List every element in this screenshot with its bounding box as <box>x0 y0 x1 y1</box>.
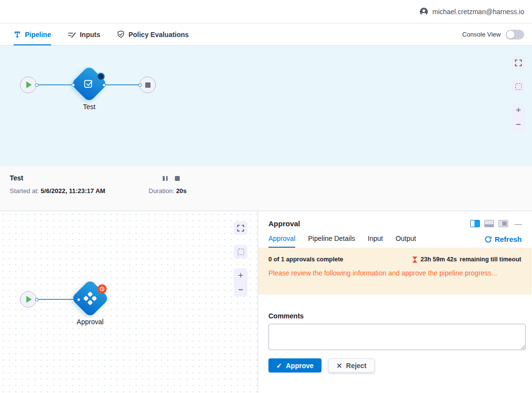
edge-connector-dot <box>102 83 106 87</box>
approve-button[interactable]: ✓ Approve <box>268 358 322 373</box>
panel-tab-output[interactable]: Output <box>396 235 416 248</box>
approval-message: Please review the following information … <box>268 269 521 277</box>
layout-split-view-icon[interactable] <box>470 220 480 227</box>
inputs-icon <box>68 31 76 39</box>
refresh-label: Refresh <box>494 235 522 243</box>
tab-pipeline-label: Pipeline <box>25 31 51 39</box>
started-at-label: Started at: <box>10 187 39 195</box>
panel-tab-input[interactable]: Input <box>368 235 383 248</box>
pipeline-start-node[interactable] <box>20 77 37 93</box>
abort-button[interactable] <box>175 176 180 181</box>
layout-bottom-view-icon[interactable] <box>484 220 494 227</box>
approval-banner: 0 of 1 approvals complete 23h 59m 42s re… <box>258 248 532 295</box>
stop-icon <box>145 82 151 88</box>
pipeline-end-node[interactable] <box>139 77 156 93</box>
console-view-label: Console View <box>462 31 501 38</box>
comments-input[interactable] <box>268 324 526 350</box>
refresh-icon <box>485 236 492 243</box>
canvas-expand-button[interactable] <box>234 221 247 235</box>
comments-label: Comments <box>268 312 526 320</box>
edge-connector-dot <box>138 83 142 87</box>
x-icon: ✕ <box>337 362 342 370</box>
tab-inputs[interactable]: Inputs <box>68 23 100 45</box>
step-details-panel: Approval — Approval Pipeline Details Inp… <box>258 211 532 393</box>
reject-label: Reject <box>346 362 366 370</box>
started-at-value: 5/6/2022, 11:23:17 AM <box>41 187 106 195</box>
execution-info-strip: Test Started at: 5/6/2022, 11:23:17 AM D… <box>0 166 532 211</box>
canvas-select-button[interactable] <box>512 79 525 93</box>
selection-icon <box>515 83 522 90</box>
toggle-knob <box>507 31 514 39</box>
step-start-node[interactable] <box>20 291 37 308</box>
duration-value: 20s <box>176 187 187 195</box>
panel-title: Approval <box>268 219 300 228</box>
duration: Duration: 20s <box>149 187 187 195</box>
user-avatar-icon <box>419 7 428 16</box>
pause-button[interactable] <box>163 176 168 181</box>
refresh-button[interactable]: Refresh <box>485 235 522 248</box>
step-graph-canvas[interactable]: Approval + − <box>0 211 258 393</box>
play-icon <box>26 81 32 88</box>
canvas-zoom-controls: + − <box>512 103 525 131</box>
timeout-text: remaining till timeout <box>460 256 521 263</box>
user-email: michael.cretzman@harness.io <box>432 8 524 16</box>
play-icon <box>26 296 32 303</box>
approvals-status: 0 of 1 approvals complete <box>268 256 343 263</box>
panel-minimize-button[interactable]: — <box>514 220 522 227</box>
stage-graph-canvas[interactable]: Test + − <box>0 46 532 166</box>
execution-title: Test <box>10 174 23 182</box>
user-menu[interactable]: michael.cretzman@harness.io <box>419 7 524 16</box>
edge-connector-dot <box>77 298 80 301</box>
selection-icon <box>238 249 244 255</box>
tab-pipeline[interactable]: Pipeline <box>14 23 51 45</box>
edge-test-to-end <box>101 84 141 85</box>
main-tab-bar: Pipeline Inputs Policy Evaluations <box>0 23 532 46</box>
shield-check-icon <box>117 30 125 39</box>
panel-tab-bar: Approval Pipeline Details Input Output R… <box>258 228 532 248</box>
tab-policy-label: Policy Evaluations <box>129 31 189 39</box>
time-remaining: 23h 59m 42s <box>420 256 456 263</box>
canvas-select-button[interactable] <box>234 245 247 258</box>
canvas-zoom-controls: + − <box>234 268 247 296</box>
panel-tab-pipeline-details[interactable]: Pipeline Details <box>308 235 355 248</box>
tab-policy-evaluations[interactable]: Policy Evaluations <box>117 23 189 45</box>
panel-tab-approval[interactable]: Approval <box>268 235 295 248</box>
zoom-in-button[interactable]: + <box>512 103 525 117</box>
stage-node-label: Test <box>70 103 109 111</box>
edge-connector-dot <box>72 83 75 87</box>
reject-button[interactable]: ✕ Reject <box>328 358 375 373</box>
hourglass-icon <box>412 256 418 263</box>
stage-status-badge <box>97 73 105 80</box>
layout-right-view-icon[interactable] <box>498 220 508 227</box>
tab-inputs-label: Inputs <box>80 31 100 39</box>
step-node-label: Approval <box>71 318 110 326</box>
approve-label: Approve <box>286 362 314 370</box>
console-view-toggle[interactable] <box>506 30 524 39</box>
pipeline-icon <box>14 31 21 39</box>
zoom-out-button[interactable]: − <box>234 282 247 296</box>
duration-label: Duration: <box>149 187 174 195</box>
canvas-expand-button[interactable] <box>512 56 525 70</box>
zoom-in-button[interactable]: + <box>234 268 247 282</box>
zoom-out-button[interactable]: − <box>512 117 525 131</box>
edge-connector-dot <box>35 83 38 87</box>
started-at: Started at: 5/6/2022, 11:23:17 AM <box>10 187 105 195</box>
edge-connector-dot <box>35 298 38 301</box>
check-icon: ✓ <box>276 362 282 370</box>
waiting-clock-badge <box>97 284 107 294</box>
top-bar: michael.cretzman@harness.io <box>0 0 532 23</box>
